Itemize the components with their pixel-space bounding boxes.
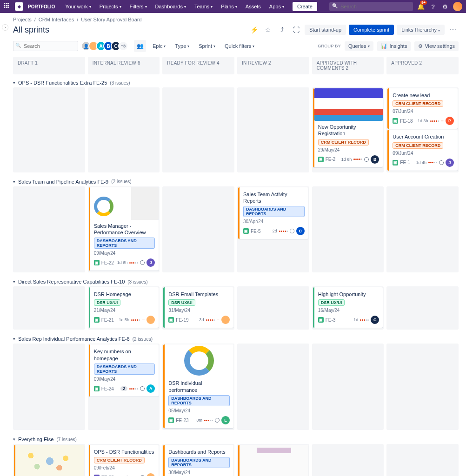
group-by-dropdown[interactable]: Queries▾ [345, 41, 374, 51]
column-cell[interactable]: Create new lead CRM CLIENT RECORD 07/Jun… [386, 87, 459, 172]
card[interactable]: Highlight Opportunity DSR UX/UI 16/May/2… [313, 287, 383, 328]
column-cell[interactable] [162, 87, 234, 172]
column-cell[interactable] [13, 286, 85, 330]
type-filter[interactable]: Type▾ [172, 41, 192, 51]
column-cell[interactable]: Sales Team and Pipeline Analytics DSR UX… [13, 444, 85, 476]
swimlane-header[interactable]: ▾Sales Rep Individual Performance Analyt… [13, 334, 459, 344]
links-hierarchy-button[interactable]: Links Hierarchy ▾ [397, 25, 445, 35]
assignee-avatar[interactable]: P [446, 117, 454, 125]
jira-logo-icon[interactable]: ◆ [15, 2, 23, 11]
breadcrumb-project[interactable]: CRM Interfaces [39, 17, 74, 22]
assignee-avatar[interactable]: J [446, 159, 454, 167]
avatar-more[interactable]: +3 [118, 41, 128, 51]
settings-icon[interactable]: ⚙ [441, 2, 449, 11]
board-search-input[interactable] [13, 41, 78, 51]
card[interactable]: Sales Team Activity Reports DASHBOARDS A… [238, 187, 308, 239]
breadcrumb-projects[interactable]: Projects [13, 17, 32, 22]
column-header-draft[interactable]: DRAFT 1 [13, 57, 85, 74]
nav-assets[interactable]: Assets [242, 2, 265, 11]
card[interactable]: User Account Creation CRM CLIENT RECORD … [387, 130, 458, 170]
column-cell[interactable]: DSR Email Templates DSR UX/UI 31/May/24 … [162, 286, 234, 330]
nav-dashboards[interactable]: Dashboards▾ [152, 2, 190, 11]
share-icon[interactable]: ⤴ [277, 24, 288, 35]
add-people-icon[interactable]: 👥 [134, 40, 146, 52]
assignee-avatar[interactable]: C [296, 227, 305, 235]
help-icon[interactable]: ? [429, 2, 437, 11]
notifications-icon[interactable]: 🔔9+ [417, 2, 425, 11]
column-header-approved[interactable]: APPROVED 2 [386, 57, 459, 74]
assignee-avatar[interactable]: C [371, 316, 379, 324]
app-switcher-icon[interactable] [4, 3, 11, 10]
card[interactable]: Sales Team and Pipeline Analytics DSR UX… [14, 445, 84, 476]
column-cell[interactable] [13, 87, 85, 172]
column-cell[interactable]: New Opportunity Registration CRM CLIENT … [312, 87, 384, 172]
insights-button[interactable]: 📊 Insights [377, 41, 411, 51]
column-cell[interactable]: Highlight Opportunity DSR UX/UI 16/May/2… [312, 286, 384, 330]
complete-sprint-button[interactable]: Complete sprint [349, 25, 394, 35]
column-header-in-review[interactable]: IN REVIEW 2 [237, 57, 309, 74]
assignee-avatar[interactable] [146, 316, 155, 324]
card[interactable]: Key numbers on homepage DASHBOARDS AND R… [89, 344, 159, 397]
column-cell[interactable]: DSR Individual Homepage DASHBOARDS AND R… [237, 444, 309, 476]
nav-teams[interactable]: Teams▾ [191, 2, 216, 11]
sidebar-expand-icon[interactable]: › [2, 24, 8, 31]
column-cell[interactable] [13, 344, 85, 430]
column-cell[interactable] [237, 344, 309, 430]
column-cell[interactable]: Key numbers on homepage DASHBOARDS AND R… [88, 344, 160, 430]
column-header-internal-review[interactable]: INTERNAL REVIEW 6 [88, 57, 160, 74]
sprint-filter[interactable]: Sprint▾ [196, 41, 218, 51]
search-input[interactable] [329, 2, 413, 11]
automation-icon[interactable]: ⚡ [249, 24, 260, 35]
swimlane-header[interactable]: ▾Everything Else(7 issues) [13, 435, 459, 444]
column-cell[interactable] [312, 444, 384, 476]
column-cell[interactable]: Sales Team Activity Reports DASHBOARDS A… [237, 186, 309, 273]
nav-projects[interactable]: Projects▾ [96, 2, 125, 11]
card[interactable]: Create new lead CRM CLIENT RECORD 07/Jun… [387, 88, 458, 129]
assignee-avatar[interactable]: A [146, 384, 155, 393]
swimlane-header[interactable]: ▾OPS - DSR Functionalities Extra FE-25(3… [13, 78, 459, 87]
breadcrumb-board[interactable]: User Story Approval Board [81, 17, 141, 22]
quick-filters[interactable]: Quick filters▾ [222, 41, 257, 51]
column-cell[interactable] [312, 186, 384, 273]
assignee-avatar[interactable]: L [221, 416, 230, 424]
column-cell[interactable] [237, 87, 309, 172]
card[interactable]: DSR Email Templates DSR UX/UI 31/May/24 … [163, 287, 233, 328]
column-cell[interactable] [237, 286, 309, 330]
column-header-ready[interactable]: READY FOR REVIEW 4 [162, 57, 234, 74]
nav-your-work[interactable]: Your work▾ [61, 2, 95, 11]
card[interactable]: New Opportunity Registration CRM CLIENT … [313, 88, 383, 167]
swimlane-header[interactable]: ▾Sales Team and Pipeline Analytics FE-9(… [13, 177, 459, 186]
card[interactable]: DSR Individual Homepage DASHBOARDS AND R… [238, 445, 308, 476]
column-cell[interactable]: OPS - DSR Functionalities CRM CLIENT REC… [88, 444, 160, 476]
star-icon[interactable]: ☆ [263, 24, 274, 35]
assignee-avatar[interactable] [221, 316, 230, 324]
create-button[interactable]: Create [293, 2, 317, 11]
column-cell[interactable] [386, 186, 459, 273]
column-cell[interactable] [13, 186, 85, 273]
more-icon[interactable]: ⋯ [447, 24, 459, 35]
swimlane-header[interactable]: ▾Direct Sales Representative Capabilitie… [13, 277, 459, 286]
epic-filter[interactable]: Epic▾ [150, 41, 168, 51]
column-cell[interactable] [312, 344, 384, 430]
column-cell[interactable] [88, 87, 160, 172]
nav-plans[interactable]: Plans▾ [217, 2, 241, 11]
card[interactable]: DSR Homepage DSR UX/UI 21/May/24 ▣FE-21 … [89, 287, 159, 328]
profile-avatar[interactable] [453, 2, 462, 11]
column-cell[interactable] [386, 344, 459, 430]
standup-button[interactable]: Start stand-up [305, 25, 346, 35]
card[interactable]: DSR individual performance DASHBOARDS AN… [163, 344, 233, 428]
column-header-approved-comments[interactable]: APPROVED WITH COMMENTS 2 [312, 57, 384, 74]
assignee-avatar[interactable] [146, 473, 155, 476]
fullscreen-icon[interactable]: ⛶ [291, 24, 302, 35]
nav-apps[interactable]: Apps▾ [266, 2, 288, 11]
card[interactable]: Sales Manager - Performance Overview DAS… [89, 187, 159, 271]
column-cell[interactable]: DSR individual performance DASHBOARDS AN… [162, 344, 234, 430]
column-cell[interactable] [162, 186, 234, 273]
column-cell[interactable]: DSR Homepage DSR UX/UI 21/May/24 ▣FE-21 … [88, 286, 160, 330]
column-cell[interactable]: Sales Manager - Performance Overview DAS… [88, 186, 160, 273]
view-settings-button[interactable]: ⚙ View settings [414, 41, 459, 51]
column-cell[interactable] [386, 286, 459, 330]
column-cell[interactable]: Dashboards and Reports DASHBOARDS AND RE… [162, 444, 234, 476]
nav-filters[interactable]: Filters▾ [126, 2, 151, 11]
assignee-avatar[interactable]: B [371, 155, 379, 164]
